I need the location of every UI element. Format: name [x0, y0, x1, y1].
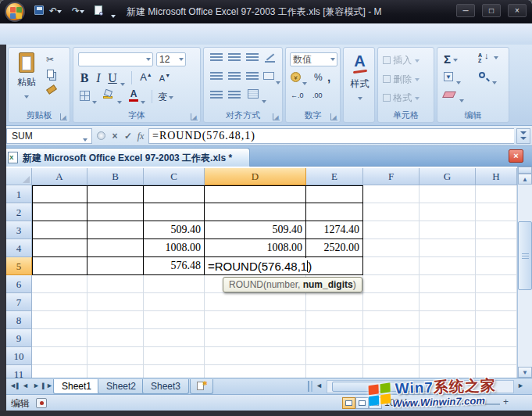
italic-button[interactable]: I [92, 71, 105, 85]
cell-C11[interactable] [144, 365, 205, 378]
cell-G2[interactable] [420, 203, 476, 221]
paste-button[interactable]: 粘贴 [15, 52, 38, 104]
font-dialog-launcher[interactable]: ◢ [191, 113, 198, 120]
cell-F11[interactable] [363, 365, 420, 378]
alignment-dialog-launcher[interactable]: ◢ [273, 113, 280, 120]
column-header-E[interactable]: E [306, 168, 363, 185]
number-dialog-launcher[interactable]: ◢ [330, 113, 337, 120]
column-header-H[interactable]: H [476, 168, 517, 185]
cell-A2[interactable] [32, 203, 87, 221]
decrease-indent-icon[interactable] [210, 91, 223, 99]
cell-A9[interactable] [32, 329, 87, 347]
macro-record-button[interactable] [36, 398, 47, 408]
next-sheet-button[interactable]: ► [31, 382, 41, 389]
cell-A3[interactable] [32, 221, 87, 239]
minimize-button[interactable]: ─ [456, 4, 475, 17]
cell-C6[interactable] [144, 275, 205, 293]
vertical-scroll-thumb[interactable] [518, 221, 532, 290]
cell-B8[interactable] [87, 311, 144, 329]
workbook-close-button[interactable]: × [509, 149, 523, 163]
cell-F7[interactable] [363, 293, 420, 311]
name-box[interactable]: SUM [6, 128, 92, 144]
row-header-9[interactable]: 9 [6, 329, 32, 347]
increase-indent-icon[interactable] [228, 91, 241, 99]
fill-color-icon[interactable] [103, 90, 114, 99]
cell-styles-button[interactable]: A 样式 [344, 52, 376, 105]
cell-D1[interactable] [205, 185, 306, 203]
merge-center-dropdown[interactable] [276, 75, 280, 89]
cell-edit-overlay[interactable]: =ROUND(576.48,1) [205, 258, 362, 274]
align-top-icon[interactable] [210, 53, 223, 62]
cell-H9[interactable] [476, 329, 517, 347]
expand-formula-bar-button[interactable] [516, 128, 530, 144]
cell-H7[interactable] [476, 293, 517, 311]
underline-button[interactable]: U [106, 71, 119, 85]
copy-icon[interactable] [47, 70, 54, 78]
cell-A4[interactable] [32, 239, 87, 257]
cell-D2[interactable] [205, 203, 306, 221]
zoom-slider-handle[interactable] [437, 400, 441, 408]
cell-C9[interactable] [144, 329, 205, 347]
clipboard-dialog-launcher[interactable]: ◢ [60, 113, 67, 120]
cell-C2[interactable] [144, 203, 205, 221]
cell-D11[interactable] [205, 365, 306, 378]
cell-F2[interactable] [363, 203, 420, 221]
cell-E7[interactable] [306, 293, 363, 311]
cell-F1[interactable] [363, 185, 420, 203]
qat-customize-icon[interactable] [111, 9, 116, 23]
cell-A5[interactable] [32, 257, 87, 275]
first-sheet-button[interactable]: ◄▌ [9, 382, 20, 389]
grow-font-button[interactable]: A▲ [137, 71, 155, 85]
cell-D3[interactable]: 509.40 [205, 221, 306, 239]
cell-G10[interactable] [420, 347, 476, 365]
row-header-10[interactable]: 10 [6, 347, 32, 365]
row-header-4[interactable]: 4 [6, 239, 32, 257]
cell-B9[interactable] [87, 329, 144, 347]
phonetic-guide-button[interactable]: 变 [158, 91, 173, 104]
page-break-view-button[interactable] [369, 397, 382, 409]
borders-dropdown[interactable] [92, 95, 97, 109]
select-all-corner[interactable] [6, 168, 32, 185]
cell-F4[interactable] [363, 239, 420, 257]
row-header-6[interactable]: 6 [6, 275, 32, 293]
cell-D7[interactable] [205, 293, 306, 311]
increase-decimal-button[interactable]: ←.0 [291, 91, 304, 99]
cell-A1[interactable] [32, 185, 87, 203]
cell-B10[interactable] [87, 347, 144, 365]
column-header-D[interactable]: D [205, 168, 306, 185]
cell-F3[interactable] [363, 221, 420, 239]
cell-G4[interactable] [420, 239, 476, 257]
tab-splitter[interactable] [308, 381, 312, 392]
cell-B5[interactable] [87, 257, 144, 275]
merge-center-icon[interactable] [263, 72, 274, 80]
row-header-7[interactable]: 7 [6, 293, 32, 311]
cell-H3[interactable] [476, 221, 517, 239]
column-header-F[interactable]: F [363, 168, 420, 185]
insert-function-button[interactable]: fx [134, 129, 148, 143]
borders-icon[interactable] [80, 91, 90, 101]
cell-G11[interactable] [420, 365, 476, 378]
cell-H6[interactable] [476, 275, 517, 293]
cell-C7[interactable] [144, 293, 205, 311]
cut-icon[interactable]: ✂ [46, 54, 54, 65]
row-header-2[interactable]: 2 [6, 203, 32, 221]
clear-dropdown[interactable] [459, 93, 464, 107]
cell-F9[interactable] [363, 329, 420, 347]
row-header-5[interactable]: 5 [6, 257, 32, 275]
row-header-3[interactable]: 3 [6, 221, 32, 239]
cell-C3[interactable]: 509.40 [144, 221, 205, 239]
cancel-formula-button[interactable]: × [108, 129, 122, 143]
cell-G9[interactable] [420, 329, 476, 347]
workbook-tab[interactable]: X 新建 Microsoft Office Excel 97-2003 工作表.… [3, 148, 250, 167]
column-header-A[interactable]: A [32, 168, 87, 185]
font-color-dropdown[interactable] [141, 95, 145, 109]
cell-G3[interactable] [420, 221, 476, 239]
cell-E3[interactable]: 1274.40 [306, 221, 363, 239]
zoom-slider[interactable] [406, 403, 500, 405]
cell-B2[interactable] [87, 203, 144, 221]
find-select-icon[interactable] [479, 72, 485, 78]
cell-H11[interactable] [476, 365, 517, 378]
cell-B1[interactable] [87, 185, 144, 203]
cell-H5[interactable] [476, 257, 517, 275]
cell-G7[interactable] [420, 293, 476, 311]
